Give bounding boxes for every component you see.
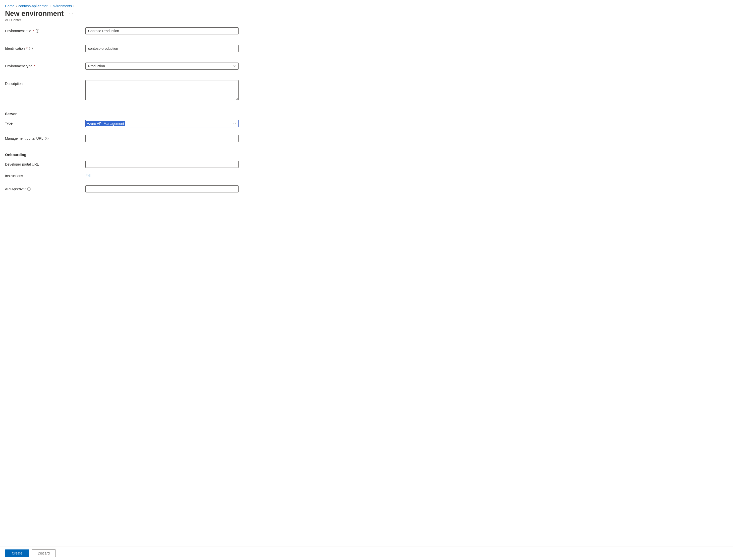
- server-section-title: Server: [5, 112, 728, 116]
- required-indicator: *: [34, 64, 35, 68]
- env-title-input[interactable]: [85, 27, 239, 34]
- identification-label: Identification: [5, 46, 25, 50]
- server-type-label: Type: [5, 121, 13, 125]
- page-subtitle: API Center: [5, 18, 728, 22]
- env-title-label: Environment title: [5, 29, 31, 33]
- approver-input[interactable]: [85, 185, 239, 192]
- dev-url-input[interactable]: [85, 161, 239, 168]
- approver-label: API Approver: [5, 187, 26, 191]
- description-textarea[interactable]: [85, 80, 239, 100]
- ellipsis-icon: ⋯: [69, 11, 74, 16]
- mgmt-url-label: Management portal URL: [5, 136, 43, 140]
- description-label: Description: [5, 82, 23, 86]
- mgmt-url-input[interactable]: [85, 135, 239, 142]
- env-type-label: Environment type: [5, 64, 32, 68]
- identification-input[interactable]: [85, 45, 239, 52]
- page-title: New environment: [5, 10, 64, 18]
- required-indicator: *: [26, 46, 28, 50]
- chevron-right-icon: ›: [73, 4, 74, 8]
- more-actions-button[interactable]: ⋯: [68, 10, 75, 17]
- server-type-value: Azure API Management: [86, 121, 125, 126]
- info-icon[interactable]: i: [45, 137, 48, 140]
- env-type-value: Production: [88, 64, 105, 68]
- env-type-select[interactable]: Production: [85, 63, 239, 70]
- breadcrumb: Home › contoso-api-center | Environments…: [5, 4, 728, 8]
- server-type-select[interactable]: Azure API Management: [85, 120, 239, 127]
- instructions-label: Instructions: [5, 174, 23, 178]
- onboarding-section-title: Onboarding: [5, 152, 728, 157]
- instructions-edit-link[interactable]: Edit: [85, 174, 91, 178]
- breadcrumb-resource[interactable]: contoso-api-center | Environments: [18, 4, 72, 8]
- info-icon[interactable]: i: [36, 29, 39, 33]
- dev-url-label: Developer portal URL: [5, 162, 39, 166]
- required-indicator: *: [33, 29, 34, 33]
- info-icon[interactable]: i: [27, 187, 31, 191]
- info-icon[interactable]: i: [29, 47, 33, 50]
- breadcrumb-home[interactable]: Home: [5, 4, 14, 8]
- chevron-right-icon: ›: [16, 4, 17, 8]
